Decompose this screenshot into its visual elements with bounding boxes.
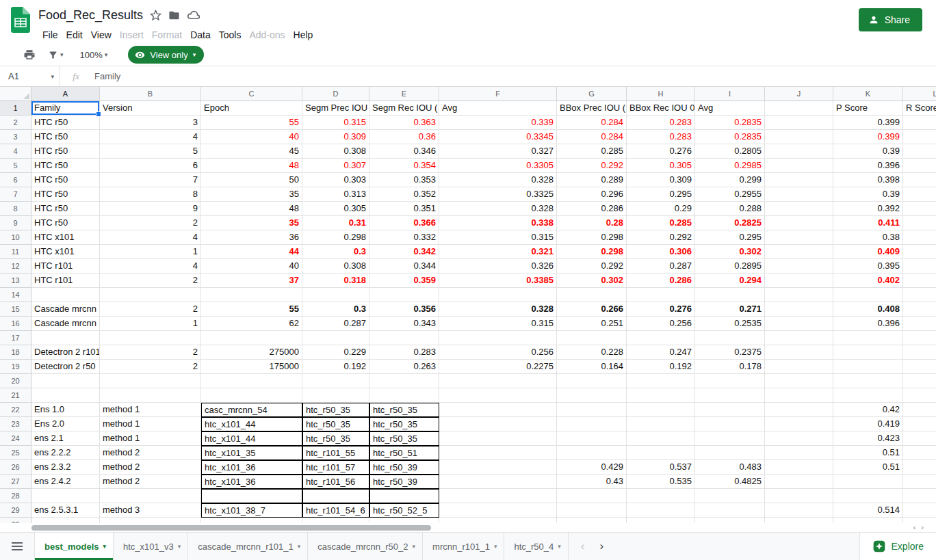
cell-J17[interactable] xyxy=(765,331,833,345)
cell-F10[interactable]: 0.315 xyxy=(439,230,557,245)
cell-G12[interactable]: 0.292 xyxy=(557,259,627,274)
cell-E1[interactable]: Segm Rec IOU ( xyxy=(369,101,439,116)
column-header-G[interactable]: G xyxy=(557,87,627,101)
cell-J20[interactable] xyxy=(765,374,833,388)
cell-I12[interactable]: 0.2895 xyxy=(695,259,765,274)
row-header-25[interactable]: 25 xyxy=(0,446,31,460)
cell-I1[interactable]: Avg xyxy=(695,101,765,116)
cell-H11[interactable]: 0.306 xyxy=(627,245,695,259)
column-header-I[interactable]: I xyxy=(695,87,765,101)
cell-C6[interactable]: 50 xyxy=(201,173,302,187)
chevron-down-icon[interactable]: ▾ xyxy=(494,543,497,550)
cell-C21[interactable] xyxy=(201,388,302,403)
cell-J30[interactable] xyxy=(765,518,833,523)
cell-D16[interactable]: 0.287 xyxy=(302,317,369,331)
cell-B15[interactable]: 2 xyxy=(100,302,201,317)
cell-L21[interactable] xyxy=(903,388,936,403)
name-box[interactable]: A1 ▾ xyxy=(0,66,60,86)
cell-F7[interactable]: 0.3325 xyxy=(439,187,557,202)
cell-L18[interactable] xyxy=(903,345,936,360)
cell-G14[interactable] xyxy=(557,288,627,302)
cell-D1[interactable]: Segm Prec IOU xyxy=(302,101,369,116)
row-header-7[interactable]: 7 xyxy=(0,187,31,202)
cell-E21[interactable] xyxy=(369,388,439,403)
row-header-30[interactable]: 30 xyxy=(0,518,31,523)
cell-J5[interactable] xyxy=(765,159,833,173)
cell-E2[interactable]: 0.363 xyxy=(369,116,439,130)
tab-prev-icon[interactable]: ‹ xyxy=(581,539,585,553)
cell-F26[interactable] xyxy=(439,460,557,475)
cell-F25[interactable] xyxy=(439,446,557,460)
cell-J29[interactable] xyxy=(765,503,833,518)
cell-E19[interactable]: 0.263 xyxy=(369,360,439,374)
cell-F14[interactable] xyxy=(439,288,557,302)
cell-K22[interactable]: 0.42 xyxy=(833,403,903,417)
cell-D13[interactable]: 0.318 xyxy=(302,274,369,288)
formula-input[interactable]: Family xyxy=(92,71,120,81)
cell-G20[interactable] xyxy=(557,374,627,388)
cell-B26[interactable]: method 2 xyxy=(100,460,201,475)
cell-A14[interactable] xyxy=(31,288,100,302)
cell-F2[interactable]: 0.339 xyxy=(439,116,557,130)
cell-E14[interactable] xyxy=(369,288,439,302)
cell-F24[interactable] xyxy=(439,431,557,446)
cell-D7[interactable]: 0.313 xyxy=(302,187,369,202)
cell-G4[interactable]: 0.285 xyxy=(557,144,627,159)
cell-D24[interactable]: htc_r50_35 xyxy=(302,431,369,446)
cell-E17[interactable] xyxy=(369,331,439,345)
menu-help[interactable]: Help xyxy=(289,28,317,42)
cell-H6[interactable]: 0.309 xyxy=(627,173,695,187)
cell-A24[interactable]: ens 2.1 xyxy=(31,431,100,446)
cell-L13[interactable] xyxy=(903,274,936,288)
row-header-3[interactable]: 3 xyxy=(0,130,31,144)
cell-B11[interactable]: 1 xyxy=(100,245,201,259)
cell-G23[interactable] xyxy=(557,417,627,431)
cell-D27[interactable]: htc_r101_56 xyxy=(302,475,369,489)
cell-H7[interactable]: 0.295 xyxy=(627,187,695,202)
cell-H5[interactable]: 0.305 xyxy=(627,159,695,173)
cell-G17[interactable] xyxy=(557,331,627,345)
cell-F30[interactable] xyxy=(439,518,557,523)
cell-L30[interactable] xyxy=(903,518,936,523)
cell-G11[interactable]: 0.298 xyxy=(557,245,627,259)
row-header-1[interactable]: 1 xyxy=(0,101,31,116)
cell-K20[interactable] xyxy=(833,374,903,388)
row-header-12[interactable]: 12 xyxy=(0,259,31,274)
cell-D5[interactable]: 0.307 xyxy=(302,159,369,173)
cell-D12[interactable]: 0.308 xyxy=(302,259,369,274)
cell-G2[interactable]: 0.284 xyxy=(557,116,627,130)
cell-A4[interactable]: HTC r50 xyxy=(31,144,100,159)
cell-E12[interactable]: 0.344 xyxy=(369,259,439,274)
cell-H16[interactable]: 0.256 xyxy=(627,317,695,331)
cell-L2[interactable] xyxy=(903,116,936,130)
cell-B21[interactable] xyxy=(100,388,201,403)
row-header-26[interactable]: 26 xyxy=(0,460,31,475)
cell-I8[interactable]: 0.288 xyxy=(695,202,765,216)
cell-C5[interactable]: 48 xyxy=(201,159,302,173)
cell-I11[interactable]: 0.302 xyxy=(695,245,765,259)
cell-L17[interactable] xyxy=(903,331,936,345)
cell-B3[interactable]: 4 xyxy=(100,130,201,144)
cell-K19[interactable] xyxy=(833,360,903,374)
cell-D2[interactable]: 0.315 xyxy=(302,116,369,130)
cell-A27[interactable]: ens 2.4.2 xyxy=(31,475,100,489)
cell-C1[interactable]: Epoch xyxy=(201,101,302,116)
cell-A8[interactable]: HTC r50 xyxy=(31,202,100,216)
cell-I19[interactable]: 0.178 xyxy=(695,360,765,374)
cell-D4[interactable]: 0.308 xyxy=(302,144,369,159)
cell-E20[interactable] xyxy=(369,374,439,388)
cell-E16[interactable]: 0.343 xyxy=(369,317,439,331)
cell-H26[interactable]: 0.537 xyxy=(627,460,695,475)
cell-C29[interactable]: htc_x101_38_7 xyxy=(201,503,302,518)
cell-G13[interactable]: 0.302 xyxy=(557,274,627,288)
cell-C18[interactable]: 275000 xyxy=(201,345,302,360)
cell-J7[interactable] xyxy=(765,187,833,202)
cell-B22[interactable]: method 1 xyxy=(100,403,201,417)
document-title[interactable]: Food_Rec_Results xyxy=(38,8,143,23)
cell-K26[interactable]: 0.51 xyxy=(833,460,903,475)
cell-H15[interactable]: 0.276 xyxy=(627,302,695,317)
cell-L26[interactable] xyxy=(903,460,936,475)
cell-G19[interactable]: 0.164 xyxy=(557,360,627,374)
cell-D19[interactable]: 0.192 xyxy=(302,360,369,374)
cell-L27[interactable] xyxy=(903,475,936,489)
